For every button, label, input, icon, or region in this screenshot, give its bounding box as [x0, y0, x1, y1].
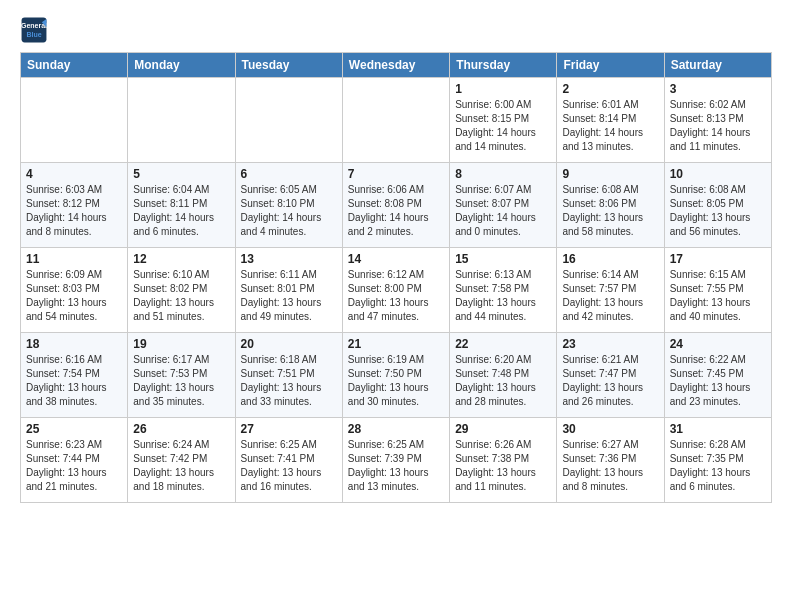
day-info: Sunrise: 6:15 AM Sunset: 7:55 PM Dayligh…	[670, 268, 766, 324]
day-number: 16	[562, 252, 658, 266]
day-info: Sunrise: 6:26 AM Sunset: 7:38 PM Dayligh…	[455, 438, 551, 494]
logo-icon: General Blue	[20, 16, 48, 44]
day-number: 23	[562, 337, 658, 351]
day-info: Sunrise: 6:17 AM Sunset: 7:53 PM Dayligh…	[133, 353, 229, 409]
day-number: 25	[26, 422, 122, 436]
day-number: 30	[562, 422, 658, 436]
calendar-cell: 26Sunrise: 6:24 AM Sunset: 7:42 PM Dayli…	[128, 418, 235, 503]
day-info: Sunrise: 6:18 AM Sunset: 7:51 PM Dayligh…	[241, 353, 337, 409]
weekday-header-monday: Monday	[128, 53, 235, 78]
day-info: Sunrise: 6:25 AM Sunset: 7:41 PM Dayligh…	[241, 438, 337, 494]
page-header: General Blue	[20, 16, 772, 44]
day-number: 8	[455, 167, 551, 181]
week-row-4: 18Sunrise: 6:16 AM Sunset: 7:54 PM Dayli…	[21, 333, 772, 418]
day-number: 22	[455, 337, 551, 351]
calendar-cell: 18Sunrise: 6:16 AM Sunset: 7:54 PM Dayli…	[21, 333, 128, 418]
calendar-cell: 19Sunrise: 6:17 AM Sunset: 7:53 PM Dayli…	[128, 333, 235, 418]
calendar-cell: 2Sunrise: 6:01 AM Sunset: 8:14 PM Daylig…	[557, 78, 664, 163]
weekday-header-saturday: Saturday	[664, 53, 771, 78]
calendar-cell: 7Sunrise: 6:06 AM Sunset: 8:08 PM Daylig…	[342, 163, 449, 248]
day-info: Sunrise: 6:08 AM Sunset: 8:06 PM Dayligh…	[562, 183, 658, 239]
logo: General Blue	[20, 16, 52, 44]
day-number: 24	[670, 337, 766, 351]
day-number: 6	[241, 167, 337, 181]
calendar-cell: 3Sunrise: 6:02 AM Sunset: 8:13 PM Daylig…	[664, 78, 771, 163]
day-number: 20	[241, 337, 337, 351]
svg-text:Blue: Blue	[26, 31, 41, 38]
calendar-cell: 23Sunrise: 6:21 AM Sunset: 7:47 PM Dayli…	[557, 333, 664, 418]
calendar-cell: 22Sunrise: 6:20 AM Sunset: 7:48 PM Dayli…	[450, 333, 557, 418]
weekday-header-tuesday: Tuesday	[235, 53, 342, 78]
calendar-cell: 8Sunrise: 6:07 AM Sunset: 8:07 PM Daylig…	[450, 163, 557, 248]
day-info: Sunrise: 6:27 AM Sunset: 7:36 PM Dayligh…	[562, 438, 658, 494]
day-info: Sunrise: 6:28 AM Sunset: 7:35 PM Dayligh…	[670, 438, 766, 494]
day-info: Sunrise: 6:05 AM Sunset: 8:10 PM Dayligh…	[241, 183, 337, 239]
day-number: 18	[26, 337, 122, 351]
day-info: Sunrise: 6:23 AM Sunset: 7:44 PM Dayligh…	[26, 438, 122, 494]
calendar-cell: 4Sunrise: 6:03 AM Sunset: 8:12 PM Daylig…	[21, 163, 128, 248]
calendar-cell: 5Sunrise: 6:04 AM Sunset: 8:11 PM Daylig…	[128, 163, 235, 248]
calendar-cell: 17Sunrise: 6:15 AM Sunset: 7:55 PM Dayli…	[664, 248, 771, 333]
day-info: Sunrise: 6:08 AM Sunset: 8:05 PM Dayligh…	[670, 183, 766, 239]
day-info: Sunrise: 6:25 AM Sunset: 7:39 PM Dayligh…	[348, 438, 444, 494]
weekday-header-thursday: Thursday	[450, 53, 557, 78]
calendar-cell: 12Sunrise: 6:10 AM Sunset: 8:02 PM Dayli…	[128, 248, 235, 333]
calendar-cell: 30Sunrise: 6:27 AM Sunset: 7:36 PM Dayli…	[557, 418, 664, 503]
day-info: Sunrise: 6:24 AM Sunset: 7:42 PM Dayligh…	[133, 438, 229, 494]
day-info: Sunrise: 6:07 AM Sunset: 8:07 PM Dayligh…	[455, 183, 551, 239]
calendar-table: SundayMondayTuesdayWednesdayThursdayFrid…	[20, 52, 772, 503]
week-row-5: 25Sunrise: 6:23 AM Sunset: 7:44 PM Dayli…	[21, 418, 772, 503]
day-number: 17	[670, 252, 766, 266]
day-number: 7	[348, 167, 444, 181]
day-info: Sunrise: 6:20 AM Sunset: 7:48 PM Dayligh…	[455, 353, 551, 409]
day-number: 31	[670, 422, 766, 436]
calendar-cell: 28Sunrise: 6:25 AM Sunset: 7:39 PM Dayli…	[342, 418, 449, 503]
day-info: Sunrise: 6:04 AM Sunset: 8:11 PM Dayligh…	[133, 183, 229, 239]
day-number: 5	[133, 167, 229, 181]
calendar-cell: 1Sunrise: 6:00 AM Sunset: 8:15 PM Daylig…	[450, 78, 557, 163]
day-number: 21	[348, 337, 444, 351]
calendar-cell: 16Sunrise: 6:14 AM Sunset: 7:57 PM Dayli…	[557, 248, 664, 333]
calendar-cell: 11Sunrise: 6:09 AM Sunset: 8:03 PM Dayli…	[21, 248, 128, 333]
day-info: Sunrise: 6:22 AM Sunset: 7:45 PM Dayligh…	[670, 353, 766, 409]
day-number: 14	[348, 252, 444, 266]
day-number: 2	[562, 82, 658, 96]
day-info: Sunrise: 6:16 AM Sunset: 7:54 PM Dayligh…	[26, 353, 122, 409]
day-number: 9	[562, 167, 658, 181]
day-number: 13	[241, 252, 337, 266]
day-number: 28	[348, 422, 444, 436]
day-number: 15	[455, 252, 551, 266]
calendar-cell: 9Sunrise: 6:08 AM Sunset: 8:06 PM Daylig…	[557, 163, 664, 248]
week-row-1: 1Sunrise: 6:00 AM Sunset: 8:15 PM Daylig…	[21, 78, 772, 163]
calendar-cell: 21Sunrise: 6:19 AM Sunset: 7:50 PM Dayli…	[342, 333, 449, 418]
calendar-cell: 24Sunrise: 6:22 AM Sunset: 7:45 PM Dayli…	[664, 333, 771, 418]
day-info: Sunrise: 6:01 AM Sunset: 8:14 PM Dayligh…	[562, 98, 658, 154]
weekday-header-friday: Friday	[557, 53, 664, 78]
day-info: Sunrise: 6:12 AM Sunset: 8:00 PM Dayligh…	[348, 268, 444, 324]
weekday-header-row: SundayMondayTuesdayWednesdayThursdayFrid…	[21, 53, 772, 78]
day-info: Sunrise: 6:21 AM Sunset: 7:47 PM Dayligh…	[562, 353, 658, 409]
week-row-3: 11Sunrise: 6:09 AM Sunset: 8:03 PM Dayli…	[21, 248, 772, 333]
calendar-cell: 15Sunrise: 6:13 AM Sunset: 7:58 PM Dayli…	[450, 248, 557, 333]
day-info: Sunrise: 6:06 AM Sunset: 8:08 PM Dayligh…	[348, 183, 444, 239]
calendar-cell: 10Sunrise: 6:08 AM Sunset: 8:05 PM Dayli…	[664, 163, 771, 248]
calendar-cell: 25Sunrise: 6:23 AM Sunset: 7:44 PM Dayli…	[21, 418, 128, 503]
day-number: 10	[670, 167, 766, 181]
week-row-2: 4Sunrise: 6:03 AM Sunset: 8:12 PM Daylig…	[21, 163, 772, 248]
day-info: Sunrise: 6:13 AM Sunset: 7:58 PM Dayligh…	[455, 268, 551, 324]
weekday-header-sunday: Sunday	[21, 53, 128, 78]
weekday-header-wednesday: Wednesday	[342, 53, 449, 78]
calendar-cell	[128, 78, 235, 163]
calendar-cell: 13Sunrise: 6:11 AM Sunset: 8:01 PM Dayli…	[235, 248, 342, 333]
day-info: Sunrise: 6:19 AM Sunset: 7:50 PM Dayligh…	[348, 353, 444, 409]
day-number: 11	[26, 252, 122, 266]
calendar-cell	[21, 78, 128, 163]
calendar-cell: 20Sunrise: 6:18 AM Sunset: 7:51 PM Dayli…	[235, 333, 342, 418]
day-info: Sunrise: 6:02 AM Sunset: 8:13 PM Dayligh…	[670, 98, 766, 154]
day-number: 12	[133, 252, 229, 266]
day-number: 27	[241, 422, 337, 436]
day-number: 19	[133, 337, 229, 351]
day-number: 4	[26, 167, 122, 181]
calendar-cell: 6Sunrise: 6:05 AM Sunset: 8:10 PM Daylig…	[235, 163, 342, 248]
calendar-cell: 27Sunrise: 6:25 AM Sunset: 7:41 PM Dayli…	[235, 418, 342, 503]
